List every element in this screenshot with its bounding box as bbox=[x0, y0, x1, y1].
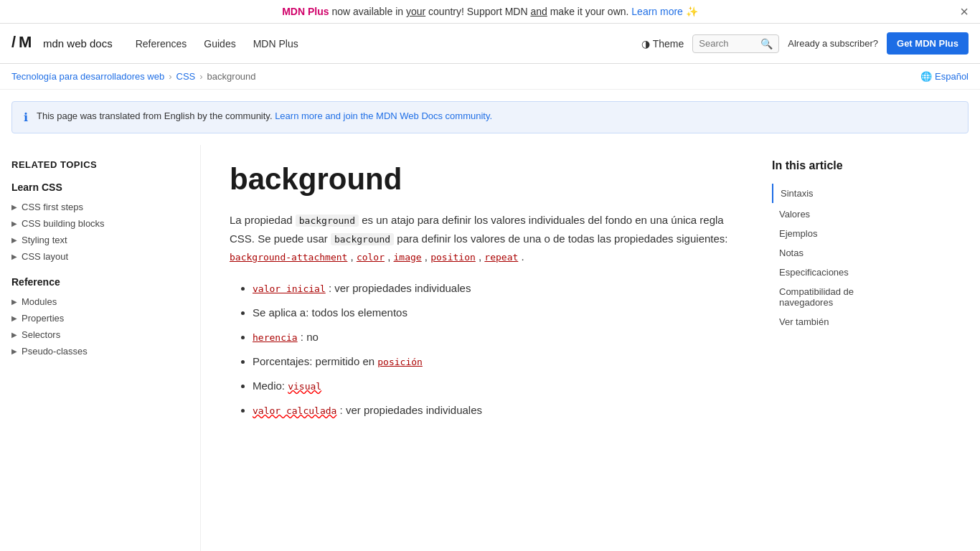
nav-mdn-plus[interactable]: MDN Plus bbox=[253, 38, 298, 50]
property-list: valor inicial : ver propiedades individu… bbox=[230, 278, 732, 421]
sidebar-item-label: Properties bbox=[22, 313, 64, 324]
breadcrumb: Tecnología para desarrolladores web › CS… bbox=[0, 64, 980, 90]
sidebar-item-label: CSS first steps bbox=[22, 202, 83, 212]
svg-text:/: / bbox=[11, 33, 16, 51]
related-topics-heading: Related Topics bbox=[11, 159, 189, 170]
chevron-icon: ▶ bbox=[11, 331, 17, 339]
logo-mark: / M bbox=[11, 32, 37, 55]
sidebar-item-label: Modules bbox=[22, 296, 57, 307]
get-mdn-plus-button[interactable]: Get MDN Plus bbox=[887, 32, 969, 55]
sidebar-item-properties[interactable]: ▶ Properties bbox=[11, 310, 189, 326]
inline-code-background2: background bbox=[331, 233, 394, 245]
chevron-icon: ▶ bbox=[11, 298, 17, 306]
main-layout: Related Topics Learn CSS ▶ CSS first ste… bbox=[0, 145, 980, 551]
sidebar-item-label: Pseudo-classes bbox=[22, 346, 88, 357]
sidebar-item-css-building-blocks[interactable]: ▶ CSS building blocks bbox=[11, 215, 189, 232]
link-valor-inicial[interactable]: valor inicial bbox=[253, 283, 326, 294]
navbar: / M mdn web docs References Guides MDN P… bbox=[0, 24, 980, 64]
list-item-porcentajes: Porcentajes: permitido en posición bbox=[253, 351, 732, 372]
globe-icon: 🌐 bbox=[920, 71, 932, 82]
article-nav-valores[interactable]: Valores bbox=[772, 204, 892, 224]
theme-label: Theme bbox=[653, 38, 684, 50]
article-nav: In this article Sintaxis Valores Ejemplo… bbox=[760, 145, 904, 551]
list-item-medio: Medio: visual bbox=[253, 375, 732, 397]
link-image[interactable]: image bbox=[394, 252, 422, 263]
sidebar-item-styling-text[interactable]: ▶ Styling text bbox=[11, 232, 189, 248]
visual-code: visual bbox=[288, 381, 321, 392]
notice-text: This page was translated from English by… bbox=[37, 110, 492, 121]
top-banner: MDN Plus now available in your country! … bbox=[0, 0, 980, 24]
sidebar-item-selectors[interactable]: ▶ Selectors bbox=[11, 326, 189, 343]
chevron-icon: ▶ bbox=[11, 236, 17, 244]
chevron-icon: ▶ bbox=[11, 220, 17, 227]
learn-more-community-link[interactable]: Learn more and join the MDN Web Docs com… bbox=[275, 110, 492, 121]
list-item-valor-calculada: valor calculada : ver propiedades indivi… bbox=[253, 400, 732, 421]
breadcrumb-item-1[interactable]: CSS bbox=[176, 71, 196, 82]
banner-text: MDN Plus now available in your country! … bbox=[282, 6, 698, 17]
link-herencia[interactable]: herencia bbox=[253, 332, 298, 343]
nav-links: References Guides MDN Plus bbox=[136, 38, 298, 50]
list-item-herencia: herencia : no bbox=[253, 326, 732, 348]
link-background-attachment[interactable]: background-attachment bbox=[230, 252, 347, 263]
breadcrumb-item-0[interactable]: Tecnología para desarrolladores web bbox=[11, 71, 164, 82]
article-nav-ver-tambien[interactable]: Ver también bbox=[772, 312, 892, 331]
sidebar-item-label: CSS layout bbox=[22, 251, 68, 262]
article-nav-sintaxis[interactable]: Sintaxis bbox=[772, 184, 892, 203]
article-nav-compatibilidad[interactable]: Compatibilidad de navegadores bbox=[772, 282, 892, 312]
main-content: background La propiedad background es un… bbox=[201, 145, 760, 551]
article-nav-title: In this article bbox=[772, 159, 892, 172]
theme-button[interactable]: ◑ Theme bbox=[641, 38, 684, 50]
chevron-icon: ▶ bbox=[11, 203, 17, 211]
sidebar-item-pseudo-classes[interactable]: ▶ Pseudo-classes bbox=[11, 343, 189, 359]
nav-guides[interactable]: Guides bbox=[204, 38, 235, 50]
intro-paragraph: La propiedad background es un atajo para… bbox=[230, 211, 732, 266]
link-repeat[interactable]: repeat bbox=[484, 252, 518, 263]
banner-close-button[interactable]: × bbox=[960, 4, 969, 20]
sidebar: Related Topics Learn CSS ▶ CSS first ste… bbox=[0, 145, 201, 551]
link-color[interactable]: color bbox=[357, 252, 385, 263]
subscriber-link[interactable]: Already a subscriber? bbox=[788, 38, 878, 49]
lang-label: Español bbox=[935, 71, 969, 82]
list-item-valor-inicial: valor inicial : ver propiedades individu… bbox=[253, 278, 732, 299]
page-title: background bbox=[230, 162, 732, 197]
logo-text: mdn web docs bbox=[43, 37, 113, 50]
sidebar-item-label: Selectors bbox=[22, 329, 60, 340]
article-nav-ejemplos[interactable]: Ejemplos bbox=[772, 224, 892, 243]
breadcrumb-sep-1: › bbox=[199, 71, 202, 82]
sidebar-item-css-first-steps[interactable]: ▶ CSS first steps bbox=[11, 199, 189, 215]
logo-link[interactable]: / M mdn web docs bbox=[11, 32, 113, 55]
nav-right: ◑ Theme 🔍 Already a subscriber? Get MDN … bbox=[641, 32, 969, 55]
link-posicion[interactable]: posición bbox=[377, 357, 423, 367]
sidebar-item-modules[interactable]: ▶ Modules bbox=[11, 293, 189, 310]
inline-code-background: background bbox=[296, 215, 359, 227]
search-icon: 🔍 bbox=[760, 38, 773, 50]
link-position[interactable]: position bbox=[430, 252, 476, 263]
info-icon: ℹ bbox=[24, 110, 28, 124]
breadcrumb-item-2: background bbox=[207, 71, 256, 82]
svg-text:M: M bbox=[19, 33, 32, 51]
mdn-plus-label: MDN Plus bbox=[282, 6, 329, 17]
sidebar-item-label: CSS building blocks bbox=[22, 218, 105, 229]
chevron-icon: ▶ bbox=[11, 314, 17, 322]
learn-css-title: Learn CSS bbox=[11, 182, 189, 193]
nav-references[interactable]: References bbox=[136, 38, 187, 50]
search-box: 🔍 bbox=[692, 34, 779, 53]
language-selector[interactable]: 🌐 Español bbox=[920, 71, 969, 82]
learn-more-link[interactable]: Learn more bbox=[631, 6, 683, 17]
chevron-icon: ▶ bbox=[11, 253, 17, 260]
article-nav-notas[interactable]: Notas bbox=[772, 243, 892, 263]
article-nav-especificaciones[interactable]: Especificaciones bbox=[772, 263, 892, 282]
list-item-aplica: Se aplica a: todos los elementos bbox=[253, 302, 732, 324]
translation-notice: ℹ This page was translated from English … bbox=[11, 101, 969, 133]
reference-title: Reference bbox=[11, 276, 189, 288]
chevron-icon: ▶ bbox=[11, 347, 17, 355]
link-valor-calculada[interactable]: valor calculada bbox=[253, 405, 336, 416]
sidebar-item-label: Styling text bbox=[22, 235, 67, 245]
theme-icon: ◑ bbox=[641, 38, 650, 50]
sidebar-item-css-layout[interactable]: ▶ CSS layout bbox=[11, 248, 189, 265]
search-input[interactable] bbox=[699, 38, 756, 49]
breadcrumb-sep-0: › bbox=[169, 71, 171, 82]
